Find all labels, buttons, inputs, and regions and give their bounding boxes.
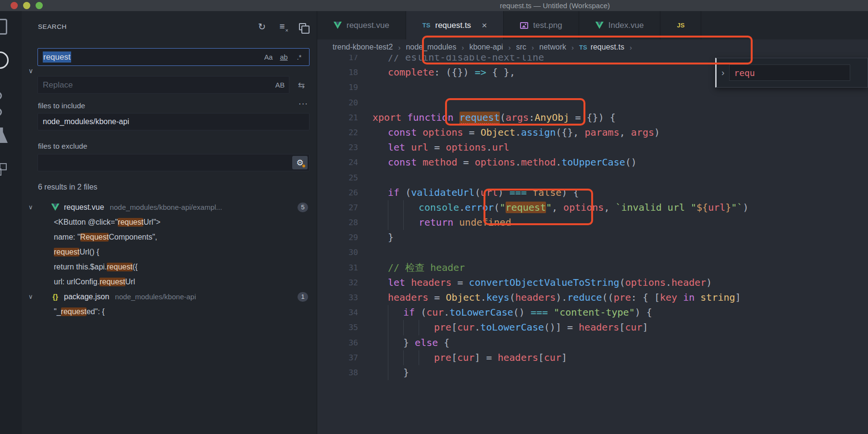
match-case-icon[interactable]: Aa (262, 51, 274, 63)
find-widget-input[interactable]: requ (729, 64, 850, 81)
search-result-match[interactable]: name: "RequestComponents", (22, 230, 317, 244)
indent-guide (403, 350, 404, 365)
traffic-light[interactable] (23, 2, 30, 9)
search-result-match[interactable]: requestUrl() { (22, 244, 317, 259)
traffic-light[interactable] (11, 2, 18, 9)
code-line[interactable]: 35pre[cur.toLowerCase()] = headers[cur] (317, 320, 868, 335)
tab-test.png[interactable]: test.png (504, 11, 579, 39)
search-result-file[interactable]: ∨{}package.jsonnode_modules/kbone-api1 (22, 289, 317, 304)
activity-tests-icon[interactable] (0, 122, 22, 156)
match-text: name: " (54, 233, 80, 242)
replace-input[interactable]: Replace AB (37, 76, 289, 94)
search-value: request (38, 52, 71, 62)
code-line[interactable]: 31// 检查 header (317, 260, 868, 275)
line-number: 32 (317, 275, 358, 290)
token: [ (538, 352, 544, 363)
regex-icon[interactable]: .* (293, 51, 305, 63)
indent-guide (388, 215, 388, 230)
code-line[interactable]: 23let url = options.url (317, 140, 868, 155)
code-line[interactable]: 37pre[cur] = headers[cur] (317, 350, 868, 365)
activity-source-control-icon[interactable] (0, 87, 22, 122)
search-result-match[interactable]: return this.$api.request({ (22, 259, 317, 274)
token: else (415, 337, 438, 348)
token: method (521, 156, 556, 168)
search-result-match[interactable]: <KButton @click="requestUrl"> (22, 215, 317, 230)
token: headers (579, 321, 619, 333)
match-text: ed": { (87, 307, 105, 316)
refresh-icon[interactable]: ↻ (256, 21, 268, 32)
token: ] (643, 321, 648, 333)
js-icon: JS (677, 22, 684, 29)
code-line[interactable]: 32let headers = convertObjectValueToStri… (317, 275, 868, 290)
code-line[interactable]: 28return undefined (317, 215, 868, 230)
preserve-case-icon[interactable]: AB (274, 79, 286, 91)
toggle-replace-chevron[interactable]: ∨ (25, 66, 36, 76)
chevron-down-icon[interactable]: ∨ (28, 293, 37, 300)
search-result-match[interactable]: "_requested": { (22, 304, 317, 319)
breadcrumb-file[interactable]: TSrequest.ts (579, 43, 624, 51)
match-highlight: request (107, 263, 132, 271)
token: cur (625, 321, 642, 333)
code-text: } (372, 365, 409, 380)
search-result-file[interactable]: ∨request.vuenode_modules/kbone-api/examp… (22, 200, 317, 215)
indent-guide (388, 200, 388, 215)
code-line[interactable]: 34if (cur.toLowerCase() === "content-typ… (317, 305, 868, 320)
files-to-exclude-input[interactable]: ⚙ (37, 154, 310, 171)
token: Object (481, 127, 515, 138)
close-icon[interactable]: × (482, 20, 487, 31)
breadcrumb-item[interactable]: src (516, 43, 526, 51)
more-options-button[interactable]: ··· (296, 99, 311, 109)
code-line[interactable]: 25 (317, 170, 868, 185)
token (694, 292, 700, 303)
token: ( (509, 292, 515, 303)
token: assign (521, 127, 556, 138)
code-line[interactable]: 29} (317, 230, 868, 245)
breadcrumb-item[interactable]: trend-kbone-test2 (333, 43, 393, 51)
panel-title: SEARCH (38, 23, 67, 30)
indent-guide (388, 350, 388, 365)
line-number: 26 (317, 185, 358, 200)
code-line[interactable]: 20 (317, 95, 868, 110)
code-line[interactable]: 24const method = options.method.toUpperC… (317, 155, 868, 170)
token: ) { (561, 187, 579, 198)
code-line[interactable]: 26if (validateUrl(url) === false) { (317, 185, 868, 200)
tab-request.ts[interactable]: TSrequest.ts× (406, 11, 504, 39)
activity-explorer-icon[interactable] (0, 11, 22, 46)
exclude-settings-button[interactable]: ⚙ (292, 156, 308, 169)
search-input[interactable]: request Aa ab .* (37, 48, 310, 66)
replace-all-button[interactable]: ⇆ (294, 79, 309, 91)
activity-extensions-icon[interactable] (0, 156, 22, 191)
code-line[interactable]: 36} else { (317, 335, 868, 350)
clear-results-icon[interactable]: ≡× (276, 21, 288, 32)
breadcrumb-item[interactable]: kbone-api (469, 43, 503, 51)
token: undefined (459, 217, 511, 228)
files-to-include-input[interactable]: node_modules/kbone-api (37, 113, 310, 130)
code-line[interactable]: 30 (317, 245, 868, 260)
tab-partial[interactable]: JS (660, 11, 701, 39)
line-number: 24 (317, 155, 358, 170)
open-in-editor-icon[interactable] (297, 21, 308, 32)
tab-request.vue[interactable]: request.vue (317, 11, 406, 39)
token: headers (411, 277, 451, 288)
activity-search-icon[interactable] (0, 46, 22, 87)
search-result-match[interactable]: url: urlConfig.requestUrl (22, 274, 317, 289)
token: ) (706, 277, 712, 288)
traffic-light[interactable] (36, 2, 43, 9)
token: Object (446, 292, 480, 303)
chevron-down-icon[interactable]: ∨ (28, 204, 37, 211)
code-editor[interactable]: 17// eslint-disable-next-line18complete:… (317, 55, 868, 434)
tab-Index.vue[interactable]: Index.vue (579, 11, 661, 39)
breadcrumb-item[interactable]: node_modules (406, 43, 456, 51)
code-line[interactable]: 27console.error("request", options, `inv… (317, 200, 868, 215)
code-line[interactable]: 38} (317, 365, 868, 380)
code-line[interactable]: 33headers = Object.keys(headers).reduce(… (317, 290, 868, 305)
whole-word-icon[interactable]: ab (278, 51, 290, 63)
breadcrumb-item[interactable]: network (539, 43, 566, 51)
token: ( (500, 112, 506, 123)
token: ). (556, 292, 567, 303)
code-line[interactable]: 22const options = Object.assign({}, para… (317, 125, 868, 140)
token: toLowerCase (449, 306, 513, 318)
token (453, 217, 459, 228)
code-line[interactable]: 21xport function request(args:AnyObj = {… (317, 110, 868, 125)
find-widget-chevron[interactable]: › (721, 67, 724, 78)
